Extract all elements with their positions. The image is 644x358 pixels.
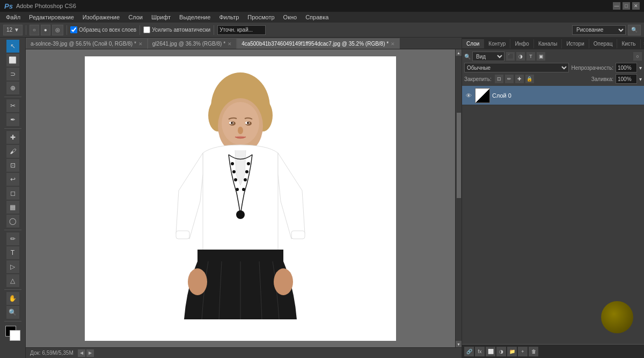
menu-window[interactable]: Окно xyxy=(280,13,301,21)
menu-filter[interactable]: Фильтр xyxy=(215,13,243,21)
history-brush-tool[interactable]: ↩ xyxy=(6,173,19,186)
background-color[interactable] xyxy=(10,330,20,341)
scroll-thumb[interactable] xyxy=(457,113,461,198)
tab-1-close[interactable]: ✕ xyxy=(228,41,232,47)
filter-shape-icon[interactable]: ▣ xyxy=(537,52,545,61)
tab-2-close[interactable]: ✕ xyxy=(391,41,395,47)
zoom-tool[interactable]: 🔍 xyxy=(6,306,19,319)
workspace-search[interactable]: 🔍 xyxy=(628,25,641,35)
brush-size-btn[interactable]: 12 ▼ xyxy=(3,25,23,35)
tab-info[interactable]: Инфо xyxy=(510,39,534,48)
lock-transparent-icon[interactable]: ⊡ xyxy=(495,75,503,83)
refine-edge-btn[interactable] xyxy=(217,25,266,35)
sample-checkbox[interactable] xyxy=(70,26,77,33)
layer-item-0[interactable]: 👁 Слой 0 xyxy=(462,86,644,105)
tab-layers[interactable]: Слои xyxy=(462,39,484,48)
nav-prev[interactable]: ◀ xyxy=(78,349,85,357)
close-button[interactable]: ✕ xyxy=(632,2,640,10)
tab-actions[interactable]: Операц xyxy=(589,39,618,48)
menu-edit[interactable]: Редактирование xyxy=(25,13,78,21)
tab-history[interactable]: Истори xyxy=(562,39,589,48)
lasso-tool[interactable]: ⊃ xyxy=(6,68,19,81)
fill-input[interactable] xyxy=(616,74,637,84)
fill-arrows[interactable]: ▾ xyxy=(639,76,642,82)
option-btn3[interactable]: ◎ xyxy=(52,25,63,35)
filter-adjust-icon[interactable]: ◑ xyxy=(516,52,525,61)
shape-tool[interactable]: △ xyxy=(6,274,19,287)
divider xyxy=(26,25,26,35)
tab-brushes[interactable]: Кисть xyxy=(617,39,640,48)
filter-type-icon[interactable]: T xyxy=(526,52,535,61)
delete-layer-btn[interactable]: 🗑 xyxy=(529,347,538,356)
tab-2[interactable]: 4ca500b41b3746049149f1ff954dcac7.jpg @ 3… xyxy=(237,38,400,49)
scroll-down[interactable]: ▼ xyxy=(456,341,462,347)
eraser-tool[interactable]: ◻ xyxy=(6,187,19,200)
opacity-arrows[interactable]: ▾ xyxy=(639,65,642,71)
tab-channels[interactable]: Каналы xyxy=(534,39,562,48)
menu-layers[interactable]: Слои xyxy=(125,13,147,21)
pen-tool[interactable]: ✏ xyxy=(6,232,19,245)
scroll-up[interactable]: ▲ xyxy=(456,49,462,56)
opacity-input[interactable] xyxy=(616,63,637,72)
link-layers-btn[interactable]: 🔗 xyxy=(464,347,474,356)
scroll-track[interactable] xyxy=(456,56,462,341)
menu-file[interactable]: Файл xyxy=(2,13,24,21)
healing-brush-tool[interactable]: ✚ xyxy=(6,131,19,144)
tab-1[interactable]: gl2641.jpg @ 36.3% (RGB/8) * ✕ xyxy=(148,38,237,49)
type-tool[interactable]: T xyxy=(6,246,19,259)
menu-help[interactable]: Справка xyxy=(302,13,332,21)
marquee-tool[interactable]: ⬜ xyxy=(6,54,19,67)
lock-label: Закрепить: xyxy=(464,76,492,82)
add-mask-btn[interactable]: ⬜ xyxy=(486,347,495,356)
mode-btn[interactable]: ○ xyxy=(30,25,39,35)
sample-all-layers: Образец со всех слоев xyxy=(70,26,136,33)
tab-0[interactable]: a-solnce-39.jpg @ 56.5% (Слой 0, RGB/8) … xyxy=(26,38,148,49)
status-bar: Док: 6,59M/5,35M ◀ ▶ xyxy=(26,347,462,358)
enhance-checkbox[interactable] xyxy=(143,26,150,33)
tab-paths[interactable]: Контур xyxy=(484,39,510,48)
path-select-tool[interactable]: ▷ xyxy=(6,260,19,273)
brush-tool[interactable]: 🖌 xyxy=(6,145,19,158)
group-btn[interactable]: 📁 xyxy=(507,347,517,356)
menu-image[interactable]: Изображение xyxy=(79,13,123,21)
restore-button[interactable]: □ xyxy=(623,2,630,10)
panel-expand-icon[interactable]: » xyxy=(641,39,644,48)
window-controls[interactable]: — □ ✕ xyxy=(613,2,640,10)
move-tool[interactable]: ↖ xyxy=(6,40,19,53)
lock-paint-icon[interactable]: ✏ xyxy=(505,75,514,83)
menu-view[interactable]: Просмотр xyxy=(244,13,278,21)
blend-mode-select[interactable]: Обычные xyxy=(464,63,569,72)
adjustment-btn[interactable]: ◑ xyxy=(496,347,506,356)
status-nav[interactable]: ◀ ▶ xyxy=(78,349,94,357)
filter-pixel-icon[interactable]: ⬛ xyxy=(506,52,515,61)
crop-tool[interactable]: ✂ xyxy=(6,99,19,112)
layer-visibility-eye[interactable]: 👁 xyxy=(464,91,473,100)
menu-select[interactable]: Выделение xyxy=(175,13,214,21)
tools-divider3 xyxy=(4,230,21,230)
tab-0-close[interactable]: ✕ xyxy=(138,41,143,47)
new-layer-btn[interactable]: + xyxy=(518,347,528,356)
clone-stamp-tool[interactable]: ⊡ xyxy=(6,159,19,172)
lock-move-icon[interactable]: ✚ xyxy=(515,75,524,83)
filter-toggle[interactable]: ○ xyxy=(633,52,642,61)
option-btn2[interactable]: ● xyxy=(41,25,50,35)
nav-next[interactable]: ▶ xyxy=(86,349,94,357)
layer-fx-btn[interactable]: fx xyxy=(475,347,485,356)
color-swatches[interactable] xyxy=(5,326,20,341)
dodge-tool[interactable]: ◯ xyxy=(6,215,19,228)
minimize-button[interactable]: — xyxy=(613,2,620,10)
svg-point-26 xyxy=(274,268,293,295)
eyedropper-tool[interactable]: ✒ xyxy=(6,113,19,126)
lock-icons: ⊡ ✏ ✚ 🔒 xyxy=(495,75,534,83)
workspace-select[interactable]: Рисование xyxy=(572,25,626,35)
quick-select-tool[interactable]: ⊕ xyxy=(6,82,19,94)
menu-type[interactable]: Шрифт xyxy=(148,13,174,21)
svg-point-12 xyxy=(231,122,233,124)
svg-point-22 xyxy=(242,188,245,191)
svg-point-18 xyxy=(236,188,239,191)
hand-tool[interactable]: ✋ xyxy=(6,292,19,305)
layers-filter-select[interactable]: Вид xyxy=(472,52,504,61)
vertical-scrollbar[interactable]: ▲ ▼ xyxy=(455,49,462,347)
gradient-tool[interactable]: ▦ xyxy=(6,201,19,214)
lock-all-icon[interactable]: 🔒 xyxy=(525,75,534,83)
